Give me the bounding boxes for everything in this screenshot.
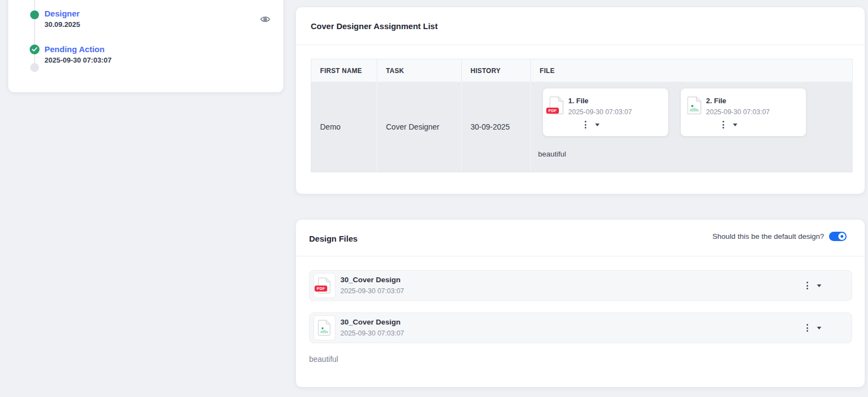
design-note-text: beautiful xyxy=(309,355,338,364)
cell-task: Cover Designer xyxy=(377,82,462,172)
table-row: Demo Cover Designer 30-09-2025 PDF xyxy=(311,82,852,172)
default-design-toggle-label: Should this be the default design? xyxy=(713,232,824,241)
column-header-history: HISTORY xyxy=(462,59,531,82)
file-card-title: 2. File xyxy=(706,97,726,105)
file-card-date: 2025-09-30 07:03:07 xyxy=(706,108,770,116)
design-file-row-image[interactable]: 30_Cover Design 2025-09-30 07:03:07 xyxy=(309,312,852,343)
timeline-item-pending-action[interactable]: Pending Action xyxy=(44,44,104,54)
design-file-row-pdf[interactable]: PDF 30_Cover Design 2025-09-30 07:03:07 xyxy=(309,270,852,301)
kebab-menu-icon[interactable] xyxy=(805,323,809,333)
cover-designer-assignment-card: Cover Designer Assignment List FIRST NAM… xyxy=(296,7,865,194)
design-file-date: 2025-09-30 07:03:07 xyxy=(340,287,404,295)
divider xyxy=(296,256,865,256)
cell-first-name: Demo xyxy=(311,82,377,172)
file-card-pdf[interactable]: PDF 1. File 2025-09-30 07:03:07 xyxy=(543,88,668,136)
design-files-title: Design Files xyxy=(309,234,357,243)
file-card-title: 1. File xyxy=(568,97,589,105)
pdf-file-icon: PDF xyxy=(550,96,566,116)
cell-files: PDF 1. File 2025-09-30 07:03:07 xyxy=(531,82,852,172)
chevron-down-icon[interactable] xyxy=(817,284,821,287)
divider xyxy=(296,44,865,45)
assignment-card-title: Cover Designer Assignment List xyxy=(311,21,438,31)
cell-history: 30-09-2025 xyxy=(462,82,531,172)
image-file-icon xyxy=(687,96,704,116)
file-card-date: 2025-09-30 07:03:07 xyxy=(568,108,632,116)
chevron-down-icon[interactable] xyxy=(733,124,737,126)
timeline-check-icon xyxy=(30,44,40,54)
pdf-badge: PDF xyxy=(315,286,327,292)
assignment-table: FIRST NAME TASK HISTORY FILE Demo Cover … xyxy=(311,59,853,172)
pdf-file-icon: PDF xyxy=(313,273,335,298)
column-header-first-name: FIRST NAME xyxy=(311,59,377,82)
timeline-dot-green-icon xyxy=(30,10,39,19)
file-note-text: beautiful xyxy=(538,150,566,158)
kebab-menu-icon[interactable] xyxy=(584,120,587,130)
eye-icon[interactable] xyxy=(259,13,271,25)
kebab-menu-icon[interactable] xyxy=(805,281,809,290)
workflow-timeline-card: Designer 30.09.2025 Pending Action 2025-… xyxy=(8,0,283,92)
column-header-file: FILE xyxy=(531,59,852,82)
timeline-item-designer[interactable]: Designer xyxy=(44,9,80,18)
column-header-task: TASK xyxy=(377,59,462,82)
chevron-down-icon[interactable] xyxy=(817,327,821,329)
timeline-dot-gray-icon xyxy=(30,63,39,72)
assignment-table-header: FIRST NAME TASK HISTORY FILE xyxy=(311,59,852,82)
design-file-name: 30_Cover Design xyxy=(340,318,401,326)
image-file-icon xyxy=(313,315,335,340)
design-files-card: Design Files Should this be the default … xyxy=(296,220,865,387)
default-design-toggle[interactable] xyxy=(829,232,847,241)
kebab-menu-icon[interactable] xyxy=(721,120,725,130)
toggle-knob xyxy=(838,233,845,240)
design-file-date: 2025-09-30 07:03:07 xyxy=(340,329,404,337)
timeline-item-designer-date: 30.09.2025 xyxy=(44,20,80,29)
chevron-down-icon[interactable] xyxy=(595,124,600,126)
file-card-image[interactable]: 2. File 2025-09-30 07:03:07 xyxy=(681,88,806,136)
timeline-item-pending-action-date: 2025-09-30 07:03:07 xyxy=(44,56,111,64)
pdf-badge: PDF xyxy=(546,108,559,114)
design-file-name: 30_Cover Design xyxy=(340,276,401,284)
